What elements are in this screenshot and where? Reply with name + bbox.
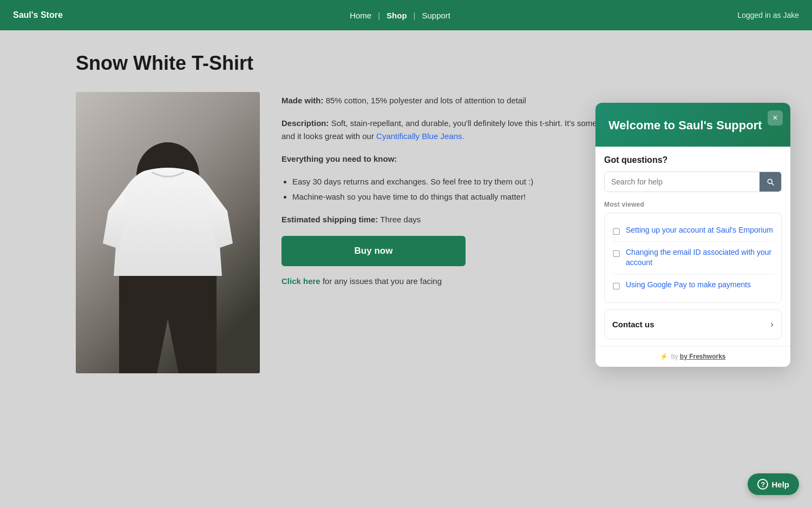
freshworks-link[interactable]: by Freshworks <box>680 353 726 360</box>
shipping-value: Three days <box>380 215 421 224</box>
tshirt-svg <box>76 92 260 373</box>
user-status: Logged in as Jake <box>737 11 799 19</box>
search-input[interactable] <box>605 172 759 192</box>
navbar: Saul's Store Home | Shop | Support Logge… <box>0 0 812 30</box>
search-bar <box>604 171 782 192</box>
description-label: Description: <box>281 118 329 128</box>
widget-title: Welcome to Saul's Support <box>608 118 777 134</box>
article-link-1[interactable]: Setting up your account at Saul's Empori… <box>626 225 773 236</box>
article-icon-1: ▢ <box>612 226 620 236</box>
issues-description: for any issues that you are facing <box>323 276 442 286</box>
help-circle-icon: ? <box>757 479 768 490</box>
support-widget: Welcome to Saul's Support × Got question… <box>595 103 790 367</box>
widget-footer: ⚡ by by Freshworks <box>595 346 790 367</box>
nav-sep-2: | <box>414 11 416 20</box>
made-with-label: Made with: <box>281 96 324 105</box>
nav-home[interactable]: Home <box>350 11 371 20</box>
article-list: ▢ Setting up your account at Saul's Empo… <box>612 220 774 296</box>
search-icon <box>766 177 775 186</box>
nav-support[interactable]: Support <box>422 11 450 20</box>
footer-by: by <box>671 353 680 360</box>
contact-us-label: Contact us <box>612 320 654 329</box>
widget-body: Got questions? Most viewed ▢ Setting up … <box>595 147 790 339</box>
issues-link[interactable]: Click here <box>281 276 320 286</box>
most-viewed-label: Most viewed <box>604 201 782 208</box>
tshirt-figure <box>76 92 260 373</box>
got-questions: Got questions? <box>604 155 782 165</box>
bolt-icon: ⚡ <box>660 353 668 360</box>
search-button[interactable] <box>759 172 781 192</box>
article-item-2[interactable]: ▢ Changing the email ID associated with … <box>612 242 774 274</box>
article-link-3[interactable]: Using Google Pay to make payments <box>626 280 751 291</box>
navbar-center: Home | Shop | Support <box>63 11 738 20</box>
shipping-label: Estimated shipping time: <box>281 215 378 224</box>
made-with-value: 85% cotton, 15% polyester and lots of at… <box>326 96 526 105</box>
blue-jeans-link[interactable]: Cyantifically Blue Jeans. <box>376 131 464 141</box>
buy-button[interactable]: Buy now <box>281 236 466 266</box>
help-label: Help <box>771 480 789 489</box>
help-button[interactable]: ? Help <box>748 473 799 495</box>
article-item-1[interactable]: ▢ Setting up your account at Saul's Empo… <box>612 220 774 242</box>
nav-shop[interactable]: Shop <box>387 11 407 20</box>
contact-us-chevron-icon: › <box>770 319 774 330</box>
widget-header: Welcome to Saul's Support × <box>595 103 790 147</box>
product-image <box>76 92 260 373</box>
everything-label-text: Everything you need to know: <box>281 154 397 163</box>
widget-close-button[interactable]: × <box>768 110 783 126</box>
article-icon-2: ▢ <box>612 248 620 258</box>
page-title: Snow White T-Shirt <box>76 52 736 75</box>
contact-us-row[interactable]: Contact us › <box>604 309 782 339</box>
navbar-brand[interactable]: Saul's Store <box>13 10 63 20</box>
nav-sep-1: | <box>378 11 380 20</box>
article-link-2[interactable]: Changing the email ID associated with yo… <box>626 247 774 268</box>
article-item-3[interactable]: ▢ Using Google Pay to make payments <box>612 274 774 296</box>
articles-box: ▢ Setting up your account at Saul's Empo… <box>604 213 782 303</box>
article-icon-3: ▢ <box>612 280 620 291</box>
